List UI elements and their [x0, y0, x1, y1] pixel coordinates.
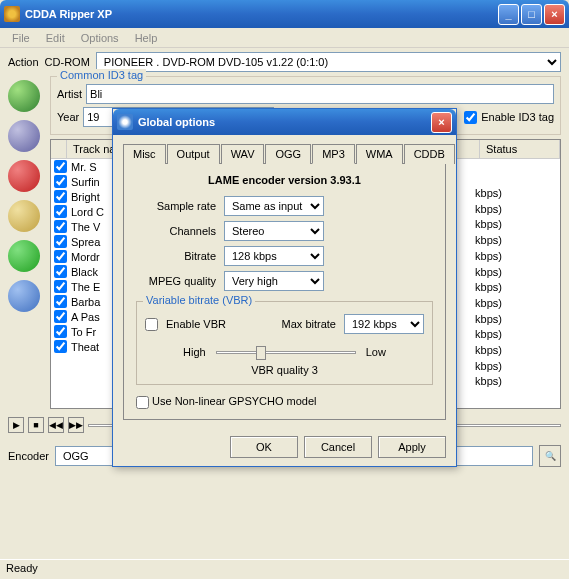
- edit-icon[interactable]: [8, 200, 40, 232]
- options-dialog: Global options × MiscOutputWAVOGGMP3WMAC…: [112, 108, 457, 467]
- prev-button[interactable]: ◀◀: [48, 417, 64, 433]
- enable-vbr-label: Enable VBR: [166, 318, 226, 330]
- track-checkbox[interactable]: [54, 280, 67, 293]
- menubar: File Edit Options Help: [0, 28, 569, 48]
- window-title: CDDA Ripper XP: [25, 8, 496, 20]
- tab-mp3[interactable]: MP3: [312, 144, 355, 164]
- main-titlebar: CDDA Ripper XP _ □ ×: [0, 0, 569, 28]
- year-label: Year: [57, 111, 79, 123]
- track-checkbox[interactable]: [54, 265, 67, 278]
- bitrate-label: Bitrate: [136, 250, 216, 262]
- encoder-label: Encoder: [8, 450, 49, 462]
- tab-strip: MiscOutputWAVOGGMP3WMACDDB: [123, 143, 446, 164]
- apply-button[interactable]: Apply: [378, 436, 446, 458]
- tab-misc[interactable]: Misc: [123, 144, 166, 164]
- track-checkbox[interactable]: [54, 205, 67, 218]
- minimize-button[interactable]: _: [498, 4, 519, 25]
- track-checkbox[interactable]: [54, 310, 67, 323]
- maximize-button[interactable]: □: [521, 4, 542, 25]
- tab-cddb[interactable]: CDDB: [404, 144, 455, 164]
- track-checkbox[interactable]: [54, 190, 67, 203]
- vbr-high-label: High: [183, 346, 206, 358]
- cd-icon[interactable]: [8, 120, 40, 152]
- id3-legend: Common ID3 tag: [57, 69, 146, 81]
- channels-label: Channels: [136, 225, 216, 237]
- max-bitrate-label: Max bitrate: [282, 318, 336, 330]
- vbr-quality-slider[interactable]: [216, 342, 356, 362]
- track-checkbox[interactable]: [54, 325, 67, 338]
- menu-file[interactable]: File: [4, 30, 38, 46]
- vbr-legend: Variable bitrate (VBR): [143, 294, 255, 306]
- cdrom-label: CD-ROM: [45, 56, 90, 68]
- track-checkbox[interactable]: [54, 220, 67, 233]
- gpsycho-label: Use Non-linear GPSYCHO model: [152, 395, 316, 407]
- browse-button[interactable]: 🔍: [539, 445, 561, 467]
- stop-icon[interactable]: [8, 160, 40, 192]
- sample-rate-select[interactable]: Same as input: [224, 196, 324, 216]
- artist-label: Artist: [57, 88, 82, 100]
- refresh-icon[interactable]: [8, 80, 40, 112]
- dialog-title: Global options: [138, 116, 429, 128]
- enable-id3-checkbox[interactable]: [464, 111, 477, 124]
- dialog-close-button[interactable]: ×: [431, 112, 452, 133]
- globe-icon: [117, 114, 133, 130]
- sidebar: [8, 76, 50, 409]
- enable-vbr-checkbox[interactable]: [145, 318, 158, 331]
- vbr-quality-caption: VBR quality 3: [145, 364, 424, 376]
- rip-icon[interactable]: [8, 240, 40, 272]
- tab-wma[interactable]: WMA: [356, 144, 403, 164]
- max-bitrate-select[interactable]: 192 kbps: [344, 314, 424, 334]
- menu-help[interactable]: Help: [127, 30, 166, 46]
- track-checkbox[interactable]: [54, 295, 67, 308]
- settings-icon[interactable]: [8, 280, 40, 312]
- app-icon: [4, 6, 20, 22]
- sample-rate-label: Sample rate: [136, 200, 216, 212]
- tab-output[interactable]: Output: [167, 144, 220, 164]
- bitrate-select[interactable]: 128 kbps: [224, 246, 324, 266]
- track-checkbox[interactable]: [54, 160, 67, 173]
- gpsycho-checkbox[interactable]: [136, 396, 149, 409]
- track-checkbox[interactable]: [54, 235, 67, 248]
- cdrom-select[interactable]: PIONEER . DVD-ROM DVD-105 v1.22 (0:1:0): [96, 52, 561, 72]
- enable-id3-label: Enable ID3 tag: [481, 111, 554, 123]
- close-button[interactable]: ×: [544, 4, 565, 25]
- next-button[interactable]: ▶▶: [68, 417, 84, 433]
- vbr-group: Variable bitrate (VBR) Enable VBR Max bi…: [136, 301, 433, 385]
- bitrate-column: kbps)kbps)kbps)kbps)kbps)kbps)kbps)kbps)…: [475, 186, 502, 390]
- track-checkbox[interactable]: [54, 340, 67, 353]
- statusbar: Ready: [0, 559, 569, 579]
- menu-options[interactable]: Options: [73, 30, 127, 46]
- channels-select[interactable]: Stereo: [224, 221, 324, 241]
- status-header[interactable]: Status: [480, 140, 560, 158]
- track-checkbox[interactable]: [54, 175, 67, 188]
- tab-ogg[interactable]: OGG: [265, 144, 311, 164]
- track-checkbox[interactable]: [54, 250, 67, 263]
- stop-button[interactable]: ■: [28, 417, 44, 433]
- cancel-button[interactable]: Cancel: [304, 436, 372, 458]
- tab-wav[interactable]: WAV: [221, 144, 265, 164]
- ok-button[interactable]: OK: [230, 436, 298, 458]
- vbr-low-label: Low: [366, 346, 386, 358]
- artist-input[interactable]: [86, 84, 554, 104]
- action-label: Action: [8, 56, 39, 68]
- encoder-heading: LAME encoder version 3.93.1: [136, 174, 433, 186]
- mpeg-quality-label: MPEG quality: [136, 275, 216, 287]
- mpeg-quality-select[interactable]: Very high: [224, 271, 324, 291]
- menu-edit[interactable]: Edit: [38, 30, 73, 46]
- play-button[interactable]: ▶: [8, 417, 24, 433]
